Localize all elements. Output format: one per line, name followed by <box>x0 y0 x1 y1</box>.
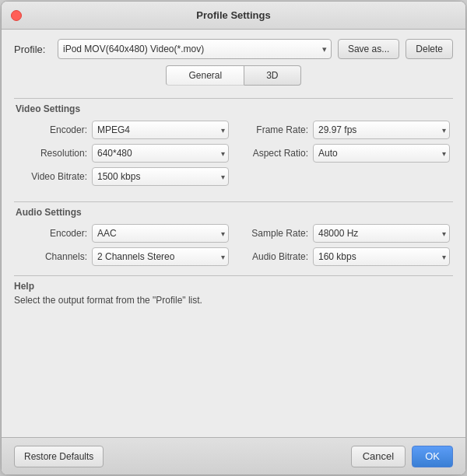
aspect-ratio-select-wrapper: Auto 4:3 16:9 <box>313 144 450 163</box>
video-settings-grid: Encoder: MPEG4 H.264 H.265 Frame Rate: <box>14 121 453 186</box>
ok-button[interactable]: OK <box>412 446 453 467</box>
bottom-right-buttons: Cancel OK <box>351 446 453 467</box>
audio-bitrate-label: Audio Bitrate: <box>238 251 308 262</box>
sample-rate-label: Sample Rate: <box>238 228 308 239</box>
audio-encoder-select[interactable]: AAC MP3 PCM <box>92 224 229 243</box>
sample-rate-field-row: Sample Rate: 48000 Hz 44100 Hz 22050 Hz <box>238 224 450 243</box>
aspect-ratio-select[interactable]: Auto 4:3 16:9 <box>313 144 450 163</box>
help-title: Help <box>14 281 453 292</box>
cancel-button[interactable]: Cancel <box>351 446 406 467</box>
resolution-select[interactable]: 640*480 1280*720 1920*1080 <box>92 144 229 163</box>
frame-rate-select[interactable]: 29.97 fps 25 fps 30 fps 60 fps <box>313 121 450 139</box>
sample-rate-select[interactable]: 48000 Hz 44100 Hz 22050 Hz <box>313 224 450 243</box>
video-settings-title: Video Settings <box>14 103 453 114</box>
audio-encoder-field-row: Encoder: AAC MP3 PCM <box>17 224 229 243</box>
help-text: Select the output format from the "Profi… <box>14 295 453 306</box>
video-settings-section: Video Settings Encoder: MPEG4 H.264 H.26… <box>14 92 453 189</box>
video-bitrate-label: Video Bitrate: <box>17 171 87 182</box>
save-as-button[interactable]: Save as... <box>338 39 399 59</box>
channels-select[interactable]: 2 Channels Stereo 1 Channel Mono <box>92 247 229 266</box>
audio-encoder-select-wrapper: AAC MP3 PCM <box>92 224 229 243</box>
video-divider <box>14 98 453 99</box>
help-section: Help Select the output format from the "… <box>14 275 453 306</box>
channels-select-wrapper: 2 Channels Stereo 1 Channel Mono <box>92 247 229 266</box>
profile-select[interactable]: iPod MOV(640x480) Video(*.mov) <box>58 39 332 59</box>
audio-bitrate-field-row: Audio Bitrate: 160 kbps 128 kbps 320 kbp… <box>238 247 450 266</box>
audio-settings-title: Audio Settings <box>14 207 453 218</box>
video-bitrate-select-wrapper: 1500 kbps 2000 kbps 3000 kbps <box>92 167 229 186</box>
restore-defaults-button[interactable]: Restore Defaults <box>14 446 104 467</box>
title-bar: Profile Settings <box>2 2 465 30</box>
profile-row: Profile: iPod MOV(640x480) Video(*.mov) … <box>14 39 453 59</box>
tabs-row: General 3D <box>14 65 453 86</box>
encoder-select-wrapper: MPEG4 H.264 H.265 <box>92 121 229 139</box>
audio-encoder-label: Encoder: <box>17 228 87 239</box>
window-title: Profile Settings <box>196 9 270 21</box>
frame-rate-field-row: Frame Rate: 29.97 fps 25 fps 30 fps 60 f… <box>238 121 450 139</box>
audio-bitrate-select-wrapper: 160 kbps 128 kbps 320 kbps <box>313 247 450 266</box>
resolution-select-wrapper: 640*480 1280*720 1920*1080 <box>92 144 229 163</box>
video-bitrate-field-row: Video Bitrate: 1500 kbps 2000 kbps 3000 … <box>17 167 229 186</box>
audio-settings-section: Audio Settings Encoder: AAC MP3 PCM Sa <box>14 195 453 269</box>
tab-3d[interactable]: 3D <box>244 65 300 86</box>
bottom-bar: Restore Defaults Cancel OK <box>2 437 465 474</box>
frame-rate-select-wrapper: 29.97 fps 25 fps 30 fps 60 fps <box>313 121 450 139</box>
aspect-ratio-field-row: Aspect Ratio: Auto 4:3 16:9 <box>238 144 450 163</box>
profile-label: Profile: <box>14 44 51 55</box>
main-window: Profile Settings Profile: iPod MOV(640x4… <box>1 1 466 475</box>
encoder-field-row: Encoder: MPEG4 H.264 H.265 <box>17 121 229 139</box>
close-button[interactable] <box>11 10 22 21</box>
frame-rate-label: Frame Rate: <box>238 124 308 135</box>
encoder-label: Encoder: <box>17 124 87 135</box>
resolution-field-row: Resolution: 640*480 1280*720 1920*1080 <box>17 144 229 163</box>
tab-general[interactable]: General <box>166 65 244 86</box>
encoder-select[interactable]: MPEG4 H.264 H.265 <box>92 121 229 139</box>
channels-field-row: Channels: 2 Channels Stereo 1 Channel Mo… <box>17 247 229 266</box>
profile-select-wrapper: iPod MOV(640x480) Video(*.mov) <box>58 39 332 59</box>
sample-rate-select-wrapper: 48000 Hz 44100 Hz 22050 Hz <box>313 224 450 243</box>
video-bitrate-select[interactable]: 1500 kbps 2000 kbps 3000 kbps <box>92 167 229 186</box>
resolution-label: Resolution: <box>17 148 87 159</box>
content-area: Profile: iPod MOV(640x480) Video(*.mov) … <box>2 30 465 437</box>
channels-label: Channels: <box>17 251 87 262</box>
delete-button[interactable]: Delete <box>406 39 453 59</box>
audio-settings-grid: Encoder: AAC MP3 PCM Sample Rate: 4 <box>14 224 453 266</box>
audio-divider <box>14 201 453 202</box>
audio-bitrate-select[interactable]: 160 kbps 128 kbps 320 kbps <box>313 247 450 266</box>
aspect-ratio-label: Aspect Ratio: <box>238 148 308 159</box>
